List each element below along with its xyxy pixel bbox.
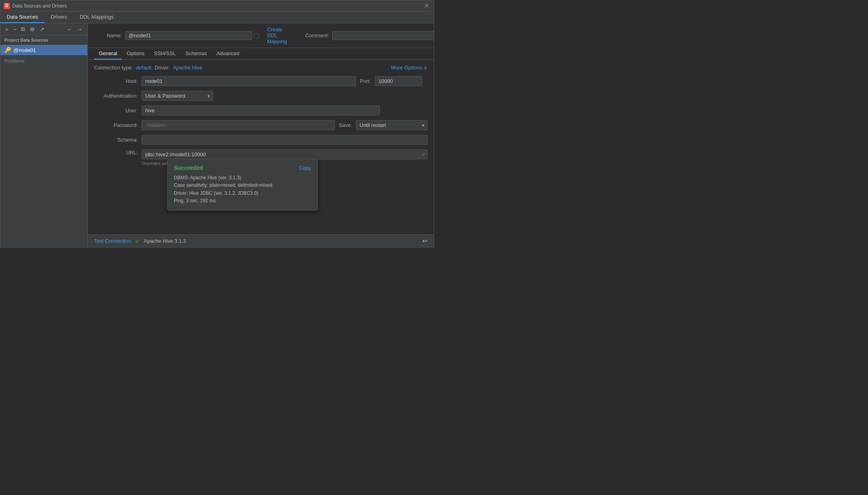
sidebar-item-node01[interactable]: 🔑 @node01 xyxy=(0,45,87,55)
host-row: Host: Port: xyxy=(94,76,427,86)
sidebar: + − ⧉ ⚙ ↗ ← → Project Data Sources 🔑 @no… xyxy=(0,23,88,247)
problems-section: Problems xyxy=(0,55,87,67)
tab-schemas[interactable]: Schemas xyxy=(181,48,212,59)
add-button[interactable]: + xyxy=(4,25,10,33)
open-button[interactable]: ↗ xyxy=(38,25,46,33)
password-label: Password: xyxy=(94,122,138,128)
driver-value[interactable]: Apache Hive xyxy=(173,65,202,71)
schema-row: Schema: xyxy=(94,135,427,145)
comment-label: Comment: xyxy=(301,33,329,38)
create-ddl-link[interactable]: Create DDL Mapping xyxy=(267,27,287,44)
detail-body: Connection type: default Driver: Apache … xyxy=(88,60,434,234)
url-row: URL: ⤢ xyxy=(94,150,427,159)
nav-back-button[interactable]: ← xyxy=(65,25,74,33)
connection-status: Apache Hive 3.1.3 xyxy=(144,238,186,244)
save-select[interactable]: Until restart Forever Never xyxy=(356,120,427,130)
url-expand-icon: ⤢ xyxy=(421,152,425,157)
password-input[interactable] xyxy=(142,120,335,130)
schema-label: Schema: xyxy=(94,137,138,143)
user-row: User: xyxy=(94,106,427,115)
success-line2: Case sensitivity: plain=mixed, delimited… xyxy=(174,182,311,189)
copy-button[interactable]: ⧉ xyxy=(19,25,27,33)
copy-button[interactable]: Copy xyxy=(299,165,311,171)
url-label: URL: xyxy=(94,150,138,155)
test-connection-button[interactable]: Test Connection xyxy=(94,238,131,244)
url-input[interactable] xyxy=(142,150,427,159)
comment-input[interactable] xyxy=(332,31,434,40)
connection-type-value[interactable]: default xyxy=(136,65,152,71)
app-icon: D xyxy=(4,3,10,9)
url-input-wrap: ⤢ xyxy=(142,150,427,159)
sidebar-toolbar: + − ⧉ ⚙ ↗ ← → xyxy=(0,23,87,35)
detail-panel: Name: Create DDL Mapping Comment: ⤢ xyxy=(88,23,434,247)
password-row: Password: Save: Until restart Forever Ne… xyxy=(94,120,427,130)
check-icon: ✓ xyxy=(135,238,140,244)
tab-drivers[interactable]: Drivers xyxy=(44,12,73,23)
success-line4: Ping: 3 sec, 292 ms xyxy=(174,197,311,205)
auth-select-wrap: User & Password No auth Kerberos ▼ xyxy=(142,91,213,101)
datasource-icon: 🔑 xyxy=(4,47,11,53)
connection-type-row: Connection type: default Driver: Apache … xyxy=(94,65,427,71)
tab-options[interactable]: Options xyxy=(122,48,149,59)
comment-row: Comment: ⤢ xyxy=(301,31,434,40)
footer-bar: Test Connection ✓ Apache Hive 3.1.3 ↩ xyxy=(88,234,434,247)
remove-button[interactable]: − xyxy=(12,25,18,33)
user-input[interactable] xyxy=(142,106,380,115)
section-tabs: General Options SSH/SSL Schemas Advanced xyxy=(88,48,434,60)
auth-label: Authentication: xyxy=(94,93,138,99)
detail-header: Name: Create DDL Mapping Comment: ⤢ xyxy=(88,23,434,48)
tab-general[interactable]: General xyxy=(94,48,122,59)
connection-type-label: Connection type: xyxy=(94,65,133,71)
more-options-button[interactable]: More Options ∨ xyxy=(391,65,427,71)
project-data-sources-title: Project Data Sources xyxy=(0,35,87,45)
save-select-wrap: Until restart Forever Never ▼ xyxy=(356,120,427,130)
name-label: Name: xyxy=(94,33,122,38)
port-input[interactable] xyxy=(375,76,422,86)
auth-row: Authentication: User & Password No auth … xyxy=(94,91,427,101)
undo-button[interactable]: ↩ xyxy=(422,237,427,245)
close-button[interactable]: ✕ xyxy=(422,2,431,10)
name-circle-icon xyxy=(254,33,259,38)
sidebar-item-label: @node01 xyxy=(13,47,36,53)
save-label: Save: xyxy=(339,122,352,128)
user-label: User: xyxy=(94,107,138,113)
nav-forward-button[interactable]: → xyxy=(75,25,84,33)
name-input[interactable] xyxy=(125,31,252,40)
tab-advanced[interactable]: Advanced xyxy=(212,48,244,59)
settings-button[interactable]: ⚙ xyxy=(28,25,37,33)
host-input[interactable] xyxy=(142,76,356,86)
port-label: Port: xyxy=(360,78,371,84)
success-line1: DBMS: Apache Hive (ver. 3.1.3) xyxy=(174,174,311,182)
success-popup: Succeeded Copy DBMS: Apache Hive (ver. 3… xyxy=(167,159,318,211)
success-title: Succeeded xyxy=(174,165,203,171)
title-bar: D Data Sources and Drivers ✕ xyxy=(0,0,434,12)
name-input-wrap xyxy=(125,31,259,40)
tab-ssh-ssl[interactable]: SSH/SSL xyxy=(149,48,181,59)
window-title: Data Sources and Drivers xyxy=(12,3,422,9)
driver-label: Driver: xyxy=(155,65,170,71)
main-content: + − ⧉ ⚙ ↗ ← → Project Data Sources 🔑 @no… xyxy=(0,23,434,247)
success-body: DBMS: Apache Hive (ver. 3.1.3) Case sens… xyxy=(174,174,311,205)
success-header: Succeeded Copy xyxy=(174,165,311,171)
host-label: Host: xyxy=(94,78,138,84)
name-row: Name: Create DDL Mapping xyxy=(94,27,287,44)
main-window: D Data Sources and Drivers ✕ Data Source… xyxy=(0,0,434,248)
top-tab-bar: Data Sources Drivers DDL Mappings xyxy=(0,12,434,23)
tab-ddl-mappings[interactable]: DDL Mappings xyxy=(73,12,120,23)
auth-select[interactable]: User & Password No auth Kerberos xyxy=(142,91,213,101)
schema-input[interactable] xyxy=(142,135,427,145)
tab-data-sources[interactable]: Data Sources xyxy=(0,12,44,23)
success-line3: Driver: Hive JDBC (ver. 3.1.2, JDBC3.0) xyxy=(174,190,311,197)
